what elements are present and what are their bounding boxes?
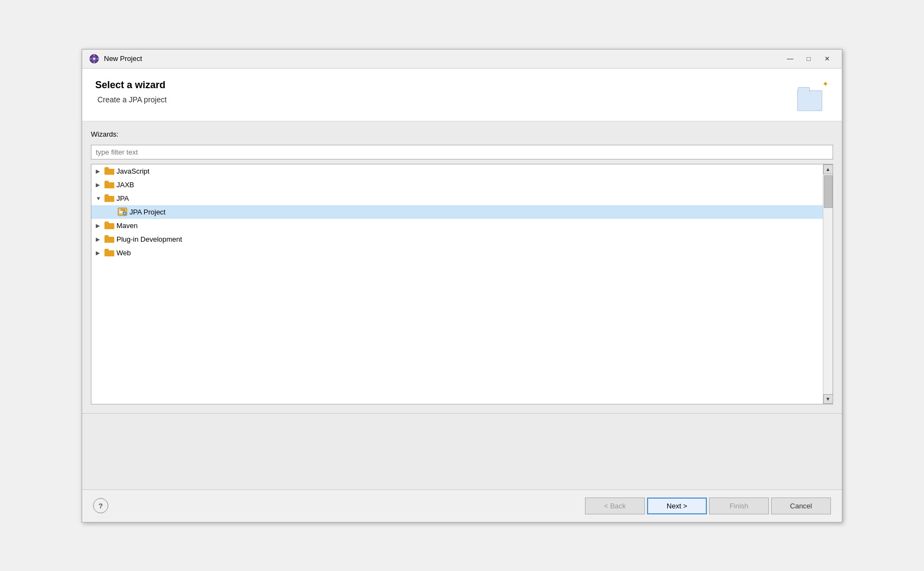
title-bar: New Project — □ ✕: [82, 50, 842, 69]
wizards-label: Wizards:: [91, 130, 833, 138]
button-bar-right: < Back Next > Finish Cancel: [585, 498, 831, 514]
tree-label-jpa-project: JPA Project: [130, 208, 165, 216]
scroll-down-button[interactable]: ▼: [823, 394, 833, 404]
tree-item-jpa-project[interactable]: JPA ✦ JPA Project: [91, 205, 823, 219]
folder-icon-plugin: [104, 235, 114, 243]
chevron-right-icon-plugin: ▶: [96, 236, 102, 242]
tree-item-jpa[interactable]: ▼ JPA: [91, 192, 823, 205]
svg-rect-5: [90, 58, 91, 59]
finish-button[interactable]: Finish: [709, 498, 769, 514]
folder-icon-web: [104, 249, 114, 256]
svg-rect-6: [97, 58, 98, 59]
chevron-right-icon-maven: ▶: [96, 223, 102, 229]
window-controls: — □ ✕: [782, 53, 835, 65]
folder-icon-jaxb: [104, 181, 114, 188]
chevron-down-icon-jpa: ▼: [96, 195, 102, 201]
button-bar-left: ?: [93, 498, 108, 513]
close-button[interactable]: ✕: [819, 53, 835, 65]
chevron-right-icon: ▶: [96, 168, 102, 174]
back-button[interactable]: < Back: [585, 498, 645, 514]
header-section: Select a wizard Create a JPA project ✦: [82, 69, 842, 121]
tree-label-plugin-dev: Plug-in Development: [116, 235, 182, 243]
dialog-window: New Project — □ ✕ Select a wizard Create…: [82, 49, 842, 523]
scroll-thumb[interactable]: [824, 175, 833, 208]
header-text: Select a wizard Create a JPA project: [95, 79, 167, 104]
app-icon: [89, 53, 100, 64]
cancel-button[interactable]: Cancel: [771, 498, 831, 514]
help-button[interactable]: ?: [93, 498, 108, 513]
chevron-right-icon-web: ▶: [96, 250, 102, 256]
svg-rect-4: [94, 62, 95, 63]
tree-scrollbar: ▲ ▼: [823, 164, 833, 404]
tree-item-javascript[interactable]: ▶ JavaScript: [91, 164, 823, 178]
tree-item-web[interactable]: ▶ Web: [91, 246, 823, 260]
folder-icon-jpa: [104, 194, 114, 202]
folder-icon-javascript: [104, 167, 114, 175]
page-title: Select a wizard: [95, 79, 167, 91]
chevron-right-icon-jaxb: ▶: [96, 182, 102, 188]
wizard-icon: ✦: [796, 79, 829, 112]
filter-input[interactable]: [91, 145, 833, 159]
sparkle-icon: ✦: [822, 79, 829, 88]
tree-label-jaxb: JAXB: [116, 181, 134, 189]
next-button[interactable]: Next >: [647, 498, 707, 514]
tree-item-maven[interactable]: ▶ Maven: [91, 219, 823, 232]
scroll-up-button[interactable]: ▲: [823, 164, 833, 174]
title-bar-left: New Project: [89, 53, 142, 64]
tree-label-maven: Maven: [116, 222, 138, 230]
wizard-tree: ▶ JavaScript ▶ JAXB ▼: [91, 164, 833, 404]
bottom-area: [82, 413, 842, 489]
maximize-button[interactable]: □: [800, 53, 817, 65]
tree-label-web: Web: [116, 249, 131, 257]
tree-label-jpa: JPA: [116, 194, 129, 202]
tree-item-jaxb[interactable]: ▶ JAXB: [91, 178, 823, 192]
page-subtitle: Create a JPA project: [95, 95, 167, 104]
button-bar: ? < Back Next > Finish Cancel: [82, 489, 842, 522]
jpa-project-icon: JPA ✦: [118, 208, 127, 216]
tree-item-plugin-dev[interactable]: ▶ Plug-in Development: [91, 232, 823, 246]
tree-list: ▶ JavaScript ▶ JAXB ▼: [91, 164, 823, 404]
tree-label-javascript: JavaScript: [116, 167, 150, 175]
window-title: New Project: [104, 54, 142, 63]
main-content: Wizards: ▶ JavaScript ▶ J: [82, 121, 842, 413]
folder-graphic: [797, 90, 822, 111]
svg-rect-3: [94, 54, 95, 56]
folder-icon-maven: [104, 222, 114, 229]
minimize-button[interactable]: —: [782, 53, 798, 65]
svg-point-2: [93, 58, 95, 60]
svg-text:✦: ✦: [124, 212, 126, 215]
